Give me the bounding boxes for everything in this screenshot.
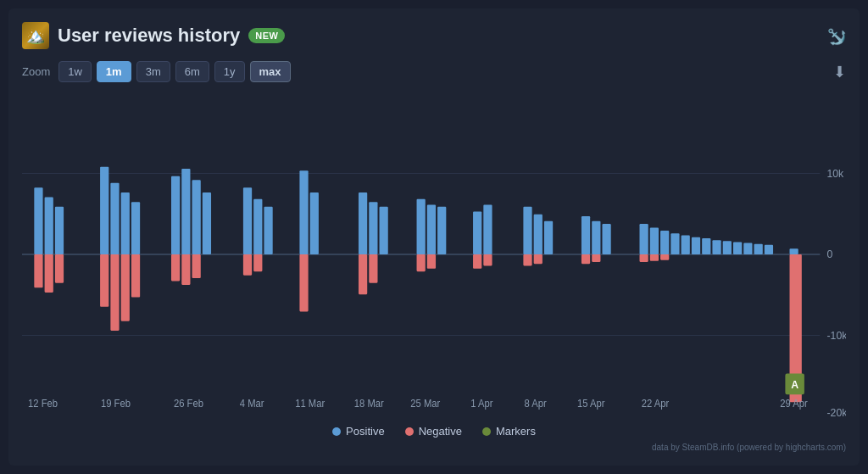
zoom-label: Zoom xyxy=(22,65,50,78)
svg-rect-42 xyxy=(682,236,690,254)
svg-rect-77 xyxy=(660,254,669,260)
svg-rect-36 xyxy=(592,221,600,254)
svg-rect-75 xyxy=(639,254,648,262)
svg-rect-14 xyxy=(131,202,140,254)
svg-rect-31 xyxy=(483,205,492,254)
svg-rect-58 xyxy=(131,254,140,298)
svg-rect-29 xyxy=(437,207,446,254)
svg-rect-8 xyxy=(34,187,42,254)
svg-rect-38 xyxy=(639,224,648,254)
svg-text:11 Mar: 11 Mar xyxy=(295,397,325,410)
svg-rect-20 xyxy=(253,199,262,254)
svg-rect-13 xyxy=(121,192,130,254)
svg-rect-60 xyxy=(181,254,190,285)
markers-label: Markers xyxy=(496,425,536,438)
markers-dot xyxy=(482,427,491,436)
svg-text:15 Apr: 15 Apr xyxy=(577,397,605,410)
svg-rect-55 xyxy=(100,254,108,307)
positive-dot xyxy=(332,427,341,436)
main-container: 🏔️ User reviews history NEW ⚓ Zoom 1w 1m… xyxy=(8,8,860,466)
svg-rect-18 xyxy=(203,192,211,254)
download-icon[interactable]: ⬇ xyxy=(833,63,846,81)
svg-rect-59 xyxy=(171,254,180,281)
svg-rect-12 xyxy=(110,183,119,254)
svg-rect-72 xyxy=(534,254,542,264)
svg-rect-27 xyxy=(417,199,426,254)
svg-rect-30 xyxy=(473,211,481,254)
svg-rect-47 xyxy=(733,242,742,254)
svg-text:22 Apr: 22 Apr xyxy=(642,397,670,410)
svg-rect-21 xyxy=(264,207,272,254)
svg-text:1 Apr: 1 Apr xyxy=(470,397,492,410)
zoom-1w-button[interactable]: 1w xyxy=(58,61,92,82)
svg-rect-46 xyxy=(723,241,732,254)
header: 🏔️ User reviews history NEW ⚓ xyxy=(22,22,846,49)
svg-rect-17 xyxy=(192,180,201,254)
new-badge: NEW xyxy=(248,28,285,43)
svg-text:-20k: -20k xyxy=(826,405,846,416)
svg-text:18 Mar: 18 Mar xyxy=(354,397,384,410)
svg-rect-45 xyxy=(712,240,721,254)
svg-rect-41 xyxy=(670,233,679,254)
svg-rect-65 xyxy=(359,254,367,294)
svg-rect-76 xyxy=(650,254,659,261)
svg-rect-54 xyxy=(55,254,64,283)
svg-rect-25 xyxy=(369,202,377,254)
game-icon: 🏔️ xyxy=(22,22,49,49)
svg-rect-66 xyxy=(369,254,377,283)
svg-rect-63 xyxy=(253,254,262,271)
legend-markers[interactable]: Markers xyxy=(482,425,536,438)
data-credit: data by SteamDB.info (powered by highcha… xyxy=(22,441,846,452)
legend-positive[interactable]: Positive xyxy=(332,425,385,438)
svg-rect-71 xyxy=(523,254,531,265)
svg-rect-68 xyxy=(427,254,436,269)
svg-text:10k: 10k xyxy=(826,166,843,180)
svg-text:19 Feb: 19 Feb xyxy=(101,397,131,410)
svg-rect-28 xyxy=(427,205,436,254)
svg-rect-40 xyxy=(660,231,669,254)
svg-rect-33 xyxy=(534,215,542,254)
zoom-1m-button[interactable]: 1m xyxy=(97,61,131,82)
svg-rect-39 xyxy=(650,228,659,254)
svg-rect-67 xyxy=(417,254,426,271)
svg-text:4 Mar: 4 Mar xyxy=(240,397,264,410)
svg-rect-62 xyxy=(243,254,252,276)
positive-label: Positive xyxy=(346,425,385,438)
zoom-max-button[interactable]: max xyxy=(250,61,291,82)
svg-rect-57 xyxy=(121,254,130,321)
svg-rect-51 xyxy=(789,248,798,254)
chart-wrapper: 10k 0 -10k -20k xyxy=(22,92,846,416)
zoom-1y-button[interactable]: 1y xyxy=(214,61,245,82)
link-icon[interactable]: ⚓ xyxy=(821,21,850,51)
reviews-chart: 10k 0 -10k -20k xyxy=(22,92,846,416)
toolbar: Zoom 1w 1m 3m 6m 1y max ⬇ xyxy=(22,61,846,82)
svg-text:0: 0 xyxy=(826,248,832,261)
svg-rect-32 xyxy=(523,207,531,254)
svg-rect-16 xyxy=(181,169,190,254)
svg-rect-52 xyxy=(34,254,42,287)
svg-rect-74 xyxy=(592,254,600,262)
svg-rect-48 xyxy=(743,243,752,254)
svg-rect-64 xyxy=(299,254,308,311)
zoom-controls: Zoom 1w 1m 3m 6m 1y max xyxy=(22,61,291,82)
svg-text:8 Apr: 8 Apr xyxy=(525,397,547,410)
negative-dot xyxy=(405,427,414,436)
svg-rect-22 xyxy=(299,170,308,254)
svg-rect-73 xyxy=(581,254,590,264)
svg-rect-19 xyxy=(243,187,252,254)
legend-negative[interactable]: Negative xyxy=(405,425,462,438)
header-left: 🏔️ User reviews history NEW xyxy=(22,22,285,49)
svg-rect-50 xyxy=(765,245,773,254)
svg-rect-37 xyxy=(602,224,610,254)
svg-rect-23 xyxy=(310,192,319,254)
svg-rect-61 xyxy=(192,254,201,278)
svg-text:29 Apr: 29 Apr xyxy=(780,397,808,410)
zoom-6m-button[interactable]: 6m xyxy=(175,61,209,82)
svg-text:-10k: -10k xyxy=(826,328,846,342)
svg-rect-10 xyxy=(55,207,64,254)
svg-rect-24 xyxy=(359,192,367,254)
svg-rect-9 xyxy=(45,198,53,254)
zoom-3m-button[interactable]: 3m xyxy=(136,61,170,82)
svg-text:A: A xyxy=(791,378,798,392)
svg-rect-53 xyxy=(45,254,53,293)
